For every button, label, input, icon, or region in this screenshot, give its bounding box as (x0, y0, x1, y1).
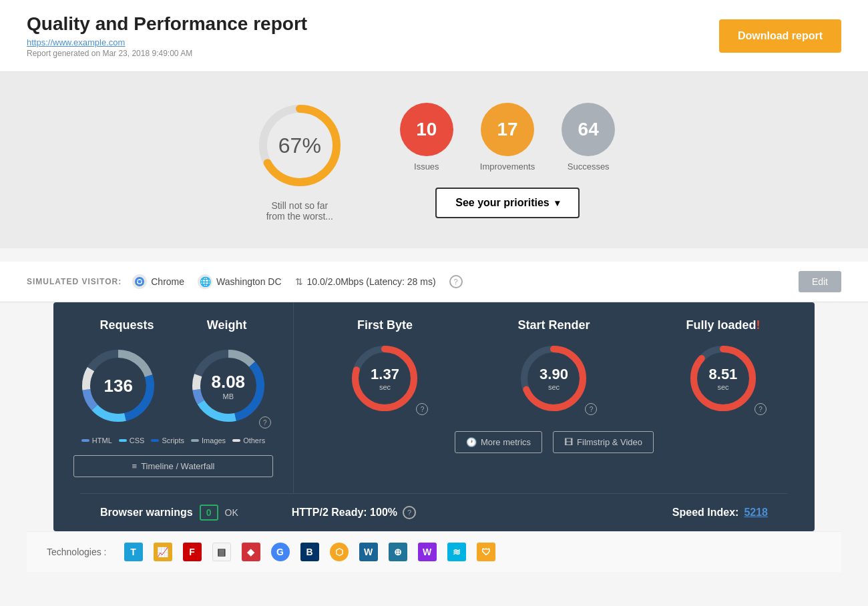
tech-icon-10[interactable]: ⊕ (389, 543, 407, 561)
site-url[interactable]: https://www.example.com (27, 37, 307, 47)
legend-html-label: HTML (92, 436, 112, 444)
summary-section: 67% Still not so farfrom the worst... 10… (0, 72, 868, 248)
requests-title: Requests (100, 318, 154, 332)
metrics-section: Requests Weight (0, 302, 868, 531)
score-description: Still not so farfrom the worst... (253, 200, 347, 222)
speed-index-label: Speed Index: (672, 507, 739, 519)
tech-icon-3[interactable]: F (183, 543, 202, 561)
timing-row: First Byte 1.37 sec (314, 318, 795, 418)
tech-icon-2[interactable]: 📈 (154, 543, 172, 561)
edit-button[interactable]: Edit (799, 271, 841, 292)
waterfall-icon: ≡ (132, 461, 138, 471)
bubbles-row: 10 Issues 17 Improvements 64 Successes (400, 103, 615, 172)
tech-icon-7[interactable]: B (300, 543, 319, 561)
weight-ring: 8.08 MB (188, 346, 268, 426)
legend-scripts-label: Scripts (162, 436, 184, 444)
timing-buttons: 🕐 More metrics 🎞 Filmstrip & Video (314, 431, 795, 453)
priorities-button[interactable]: See your priorities ▾ (435, 188, 580, 218)
score-donut: 67% (253, 99, 347, 192)
technologies-bar: Technologies : T 📈 F ▤ ◆ G B ⬡ W ⊕ W ≋ 🛡 (27, 531, 841, 572)
legend-images-dot (191, 439, 199, 442)
legend-images: Images (191, 436, 226, 444)
tech-icon-11[interactable]: W (418, 543, 437, 561)
issues-bubble-item: 10 Issues (400, 103, 453, 172)
legend-others: Others (232, 436, 265, 444)
start-render-title: Start Render (517, 318, 590, 332)
start-render-value: 3.90 sec (539, 366, 568, 391)
legend-css: CSS (119, 436, 145, 444)
tech-icon-12[interactable]: ≋ (447, 543, 466, 561)
page-header: Quality and Performance report https://w… (0, 0, 868, 72)
clock-icon: 🕐 (466, 437, 477, 447)
legend-others-dot (232, 439, 240, 442)
score-percent: 67% (278, 133, 321, 158)
right-panel: First Byte 1.37 sec (294, 302, 815, 493)
waterfall-label: Timeline / Waterfall (141, 461, 214, 471)
first-byte-title: First Byte (348, 318, 421, 332)
browser-item: Chrome (132, 274, 184, 289)
fully-loaded-ring: 8.51 sec (686, 342, 760, 415)
charts-row: 136 (73, 346, 273, 426)
more-metrics-button[interactable]: 🕐 More metrics (455, 431, 542, 453)
tech-icon-4[interactable]: ▤ (212, 543, 231, 561)
speed-icon: ⇅ (295, 276, 303, 287)
left-panel: Requests Weight (53, 302, 294, 493)
improvements-label: Improvements (480, 162, 535, 172)
warnings-ok: OK (225, 507, 238, 518)
requests-ring: 136 (78, 346, 158, 426)
metrics-bubbles-container: 10 Issues 17 Improvements 64 Successes S… (400, 103, 615, 218)
legend-css-dot (119, 439, 127, 442)
first-byte-value: 1.37 sec (371, 366, 399, 391)
chrome-icon (132, 274, 147, 289)
legend-html: HTML (81, 436, 112, 444)
visitor-help-icon[interactable]: ? (449, 275, 463, 288)
fully-loaded-item: Fully loaded! 8.51 sec (686, 318, 760, 418)
start-render-ring: 3.90 sec (517, 342, 590, 415)
tech-icon-6[interactable]: G (271, 543, 290, 561)
issues-label: Issues (400, 162, 453, 172)
legend-html-dot (81, 439, 89, 442)
first-byte-ring-container: 1.37 sec ? (348, 342, 421, 415)
browser-label: Chrome (151, 276, 184, 287)
fully-loaded-alert: ! (756, 318, 760, 332)
improvements-bubble: 17 (481, 103, 534, 156)
location-label: Washington DC (216, 276, 282, 287)
download-report-button[interactable]: Download report (719, 19, 841, 53)
start-render-help[interactable]: ? (585, 402, 597, 415)
visitor-bar: SIMULATED VISITOR: Chrome 🌐 Washington D… (0, 262, 868, 302)
fully-loaded-text: Fully loaded (686, 318, 756, 332)
tech-icon-13[interactable]: 🛡 (477, 543, 495, 561)
warnings-section: Browser warnings 0 OK (100, 505, 238, 521)
score-container: 67% Still not so farfrom the worst... (253, 99, 347, 222)
tech-icon-5[interactable]: ◆ (242, 543, 260, 561)
weight-help-icon[interactable]: ? (259, 416, 271, 428)
globe-icon: 🌐 (198, 274, 212, 289)
http-help-icon[interactable]: ? (403, 506, 416, 519)
legend-scripts: Scripts (151, 436, 184, 444)
successes-bubble-item: 64 Successes (562, 103, 615, 172)
tech-icon-9[interactable]: W (359, 543, 378, 561)
successes-bubble: 64 (562, 103, 615, 156)
improvements-bubble-item: 17 Improvements (480, 103, 535, 172)
tech-icon-1[interactable]: T (124, 543, 143, 561)
legend-images-label: Images (202, 436, 226, 444)
filmstrip-button[interactable]: 🎞 Filmstrip & Video (553, 431, 654, 453)
filmstrip-label: Filmstrip & Video (577, 437, 642, 447)
speed-label: 10.0/2.0Mbps (Latency: 28 ms) (307, 276, 436, 287)
legend-css-label: CSS (130, 436, 145, 444)
tech-icon-8[interactable]: ⬡ (330, 543, 349, 561)
waterfall-button[interactable]: ≡ Timeline / Waterfall (73, 455, 273, 477)
bottom-bar: Browser warnings 0 OK HTTP/2 Ready: 100%… (80, 493, 788, 531)
fully-loaded-value: 8.51 sec (709, 366, 738, 391)
chrome-svg-icon (134, 276, 145, 287)
warnings-label: Browser warnings (100, 507, 193, 519)
legend-scripts-dot (151, 439, 159, 442)
warnings-badge: 0 (200, 505, 218, 521)
fully-loaded-help[interactable]: ? (754, 402, 767, 415)
first-byte-help[interactable]: ? (416, 402, 428, 415)
start-render-item: Start Render 3.90 sec (517, 318, 590, 418)
first-byte-ring: 1.37 sec (348, 342, 421, 415)
metrics-panel: Requests Weight (53, 302, 815, 531)
http-section: HTTP/2 Ready: 100% ? (292, 506, 416, 519)
http-label: HTTP/2 Ready: 100% (292, 507, 397, 519)
